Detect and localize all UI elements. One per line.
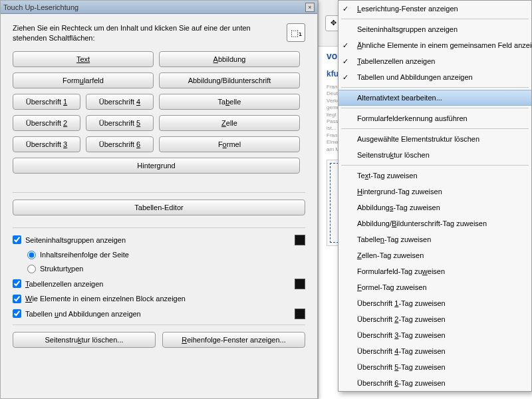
menu-item[interactable]: Alternativtext bearbeiten... bbox=[338, 90, 531, 106]
hintergrund-button[interactable]: Hintergrund bbox=[13, 158, 300, 174]
menu-item-label: Ähnliche Elemente in einem gemeinsamen F… bbox=[357, 41, 532, 49]
menu-item[interactable]: Überschrift 1-Tag zuweisen bbox=[338, 295, 531, 311]
menu-item[interactable]: Überschrift 5-Tag zuweisen bbox=[338, 359, 531, 375]
abb-bu-button[interactable]: Abbildung/Bildunterschrift bbox=[159, 72, 300, 88]
menu-item[interactable]: Text-Tag zuweisen bbox=[338, 168, 531, 184]
menu-item[interactable]: Überschrift 2-Tag zuweisen bbox=[338, 311, 531, 327]
u2-button[interactable]: Überschrift 2 bbox=[13, 115, 80, 131]
check-icon: ✓ bbox=[342, 41, 348, 50]
menu-item-label: Formularfeld-Tag zuweisen bbox=[357, 267, 445, 275]
menu-item[interactable]: Abbildungs-Tag zuweisen bbox=[338, 200, 531, 215]
menu-item[interactable]: Seiteninhaltsgruppen anzeigen bbox=[338, 21, 531, 37]
menu-item-label: Text-Tag zuweisen bbox=[357, 172, 418, 180]
u4-button[interactable]: Überschrift 4 bbox=[86, 94, 154, 110]
menu-item-label: Abbildungs-Tag zuweisen bbox=[357, 203, 440, 211]
context-menu: ✓Leserichtung-Fenster anzeigenSeiteninha… bbox=[338, 0, 532, 392]
radio-struktur-label: Strukturtypen bbox=[40, 265, 83, 273]
menu-item-label: Alternativtext bearbeiten... bbox=[357, 94, 442, 102]
menu-item-label: Überschrift 2-Tag zuweisen bbox=[357, 315, 446, 323]
tabellen-editor-button[interactable]: Tabellen-Editor bbox=[13, 200, 305, 215]
menu-item[interactable]: Zellen-Tag zuweisen bbox=[338, 247, 531, 263]
menu-item[interactable]: ✓Leserichtung-Fenster anzeigen bbox=[338, 1, 531, 17]
u3-button[interactable]: Überschrift 3 bbox=[13, 136, 80, 152]
text-button[interactable]: Text bbox=[13, 51, 154, 67]
u6-button[interactable]: Überschrift 6 bbox=[86, 136, 154, 152]
abbildung-button[interactable]: Abbildung bbox=[159, 51, 300, 67]
cb-wie-elemente[interactable] bbox=[13, 295, 21, 303]
cb-tab-abb[interactable] bbox=[13, 309, 21, 318]
menu-item[interactable]: Abbildung/Bildunterschrift-Tag zuweisen bbox=[338, 215, 531, 231]
tabelle-button[interactable]: Tabelle bbox=[159, 94, 300, 110]
zelle-button[interactable]: Zelle bbox=[159, 115, 300, 131]
draw-rectangle-icon[interactable]: ⬚₁ bbox=[287, 23, 305, 42]
menu-separator bbox=[341, 87, 529, 88]
dialog-instruction: Ziehen Sie ein Rechteck um den Inhalt un… bbox=[13, 23, 280, 43]
radio-reihenfolge-label: Inhaltsreihenfolge der Seite bbox=[40, 251, 129, 259]
u5-button[interactable]: Überschrift 5 bbox=[86, 115, 154, 131]
check-icon: ✓ bbox=[342, 5, 348, 13]
menu-item[interactable]: ✓Ähnliche Elemente in einem gemeinsamen … bbox=[338, 37, 531, 53]
menu-item-label: Seitenstruktur löschen bbox=[357, 151, 430, 159]
menu-separator bbox=[341, 165, 529, 166]
menu-item[interactable]: Überschrift 6-Tag zuweisen bbox=[338, 375, 531, 391]
menu-item[interactable]: Tabellen-Tag zuweisen bbox=[338, 231, 531, 247]
menu-item-label: Formel-Tag zuweisen bbox=[357, 283, 427, 291]
check-icon: ✓ bbox=[342, 73, 348, 82]
menu-item-label: Tabellen-Tag zuweisen bbox=[357, 235, 431, 243]
menu-item[interactable]: ✓Tabellen und Abbildungen anzeigen bbox=[338, 69, 531, 85]
check-icon: ✓ bbox=[342, 57, 348, 66]
menu-item-label: Seiteninhaltsgruppen anzeigen bbox=[357, 25, 458, 33]
dialog-titlebar[interactable]: Touch Up-Leserichtung × bbox=[1, 1, 317, 14]
reihenfolge-fenster-button[interactable]: Reihenfolge-Fenster anzeigen... bbox=[162, 332, 305, 348]
formularfeld-button[interactable]: Formularfeld bbox=[13, 72, 154, 88]
menu-separator bbox=[341, 108, 529, 108]
menu-item-label: Überschrift 3-Tag zuweisen bbox=[357, 331, 446, 339]
cb-tab-abb-label: Tabellen und Abbildungen anzeigen bbox=[25, 310, 141, 318]
menu-item[interactable]: Hintergrund-Tag zuweisen bbox=[338, 184, 531, 200]
label: Formularfeld bbox=[63, 76, 104, 84]
u1-button[interactable]: Überschrift 1 bbox=[13, 94, 80, 110]
swatch-3[interactable] bbox=[295, 309, 305, 319]
menu-item[interactable]: Überschrift 4-Tag zuweisen bbox=[338, 343, 531, 359]
cb-tabellenzellen-label: Tabellenzellen anzeigen bbox=[25, 280, 103, 288]
menu-item[interactable]: Seitenstruktur löschen bbox=[338, 147, 531, 163]
swatch-1[interactable] bbox=[295, 235, 305, 245]
menu-item-label: Abbildung/Bildunterschrift-Tag zuweisen bbox=[357, 219, 487, 227]
menu-item-label: Leserichtung-Fenster anzeigen bbox=[357, 5, 458, 13]
menu-item-label: Ausgewählte Elementstruktur löschen bbox=[357, 135, 479, 143]
swatch-2[interactable] bbox=[295, 279, 305, 289]
menu-item-label: Überschrift 5-Tag zuweisen bbox=[357, 363, 446, 371]
label: Abbildung bbox=[213, 55, 246, 63]
menu-item[interactable]: Formularfelderkennung ausführen bbox=[338, 110, 531, 126]
dialog-title: Touch Up-Leserichtung bbox=[3, 3, 78, 11]
radio-struktur[interactable] bbox=[27, 265, 36, 273]
seitenstruktur-loschen-button[interactable]: Seitenstruktur löschen... bbox=[13, 332, 156, 348]
menu-item[interactable]: Formel-Tag zuweisen bbox=[338, 279, 531, 295]
menu-item-label: Tabellenzellen anzeigen bbox=[357, 57, 435, 65]
menu-item-label: Zellen-Tag zuweisen bbox=[357, 251, 424, 259]
menu-item-label: Formularfelderkennung ausführen bbox=[357, 114, 467, 122]
menu-item-label: Überschrift 1-Tag zuweisen bbox=[357, 299, 446, 307]
formel-button[interactable]: Formel bbox=[159, 136, 300, 152]
menu-item[interactable]: Formularfeld-Tag zuweisen bbox=[338, 263, 531, 279]
menu-item-label: Tabellen und Abbildungen anzeigen bbox=[357, 73, 473, 81]
menu-separator bbox=[341, 19, 529, 19]
cb-seiteninhalt[interactable] bbox=[13, 235, 21, 244]
radio-reihenfolge[interactable] bbox=[27, 251, 36, 259]
menu-item-label: Hintergrund-Tag zuweisen bbox=[357, 188, 442, 196]
cb-tabellenzellen[interactable] bbox=[13, 279, 21, 288]
menu-item[interactable]: ✓Tabellenzellen anzeigen bbox=[338, 53, 531, 69]
menu-item-label: Überschrift 6-Tag zuweisen bbox=[357, 379, 446, 387]
menu-item-label: Überschrift 4-Tag zuweisen bbox=[357, 347, 446, 355]
cb-wie-elemente-label: Wie Elemente in einem einzelnen Block an… bbox=[25, 295, 186, 303]
touch-up-reading-order-dialog: Touch Up-Leserichtung × Ziehen Sie ein R… bbox=[0, 0, 318, 399]
close-icon[interactable]: × bbox=[305, 3, 315, 12]
cb-seiteninhalt-label: Seiteninhaltsgruppen anzeigen bbox=[25, 236, 126, 244]
menu-item[interactable]: Überschrift 3-Tag zuweisen bbox=[338, 327, 531, 343]
menu-separator bbox=[341, 128, 529, 129]
menu-item[interactable]: Ausgewählte Elementstruktur löschen bbox=[338, 131, 531, 147]
